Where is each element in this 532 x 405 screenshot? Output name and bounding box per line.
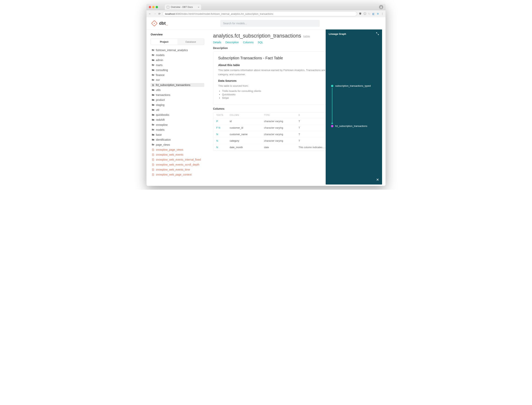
tree-node-fct_subscription_transactions[interactable]: fct_subscription_transactions (151, 83, 204, 87)
cell-column-name: date_month (230, 146, 264, 149)
model-icon (151, 148, 155, 151)
logo[interactable]: dbt_ (151, 20, 168, 26)
model-subtype: table (303, 35, 310, 38)
lineage-node-upstream[interactable]: subscription_transactions_typed (331, 84, 371, 87)
forward-button[interactable]: → (153, 12, 157, 15)
th-tests: Tests (216, 114, 230, 116)
tree-node-finance[interactable]: finance (151, 73, 204, 77)
folder-icon (151, 104, 155, 106)
new-tab-button[interactable] (201, 5, 206, 10)
th-type: Type (264, 114, 298, 116)
search-input[interactable]: Search for models... (220, 20, 320, 27)
tree-node-label: fishtown_internal_analytics (156, 49, 188, 52)
tree-node-transactions[interactable]: transactions (151, 93, 204, 97)
folder-icon (151, 114, 155, 116)
tree-node-models[interactable]: models (151, 53, 204, 57)
tree-node-product[interactable]: product (151, 98, 204, 102)
tree-node-mrr[interactable]: mrr (151, 78, 204, 82)
lineage-panel: Lineage Graph subscription_transactions_… (326, 29, 382, 184)
tree-node-utils[interactable]: utils (151, 88, 204, 92)
detail-tab-columns[interactable]: Columns (243, 41, 254, 44)
tree-node-marts[interactable]: marts (151, 63, 204, 67)
reload-button[interactable]: ⟳ (158, 12, 161, 15)
snowflake-icon[interactable]: ✻ (377, 12, 379, 15)
tab-database[interactable]: Database (177, 39, 204, 45)
sidebar-mode-tabs: Project Database (151, 39, 204, 45)
detail-tab-details[interactable]: Details (213, 41, 221, 44)
tree-node-label: mrr (156, 79, 160, 81)
lineage-header: Lineage Graph (326, 29, 382, 39)
lineage-title: Lineage Graph (329, 33, 346, 35)
tree-node-quickbooks[interactable]: quickbooks (151, 113, 204, 117)
brand-text: dbt_ (159, 21, 168, 26)
tab-title: Overview - DBT Docs (171, 6, 193, 8)
tree-node-identification[interactable]: identification (151, 138, 204, 142)
info-icon[interactable]: ⓘ (363, 12, 366, 15)
tree-node-snowplow_web_events_internal_fixed[interactable]: snowplow_web_events_internal_fixed (151, 158, 204, 162)
folder-icon (151, 143, 155, 146)
graph-edge (332, 88, 332, 124)
tree-node-redshift[interactable]: redshift (151, 118, 204, 122)
sidebar-title: Overview (151, 33, 204, 36)
lineage-body[interactable]: subscription_transactions_typed fct_subs… (326, 39, 382, 176)
url-host: localhost (165, 13, 175, 15)
window-zoom-button[interactable] (156, 6, 158, 8)
tree-node-consulting[interactable]: consulting (151, 68, 204, 72)
tree-node-label: product (156, 98, 165, 101)
folder-icon (151, 59, 155, 62)
dbt-mark-icon (151, 20, 157, 26)
folder-icon (151, 128, 155, 131)
tree-node-util[interactable]: util (151, 108, 204, 112)
tab-project[interactable]: Project (151, 39, 177, 45)
tree-node-admin[interactable]: admin (151, 58, 204, 62)
lineage-node-downstream[interactable]: fct_subscription_transactions (331, 125, 367, 128)
tree-node-snowplow_web_events_time[interactable]: snowplow_web_events_time (151, 168, 204, 171)
tree-node-snowplow[interactable]: snowplow (151, 123, 204, 127)
browser-tab[interactable]: Overview - DBT Docs × (165, 4, 201, 10)
sidebar: Overview Project Database fishtown_inter… (146, 29, 208, 186)
tree-node-label: redshift (156, 118, 165, 121)
tree-node-staging[interactable]: staging (151, 103, 204, 107)
window-minimize-button[interactable] (152, 6, 155, 8)
sync-icon[interactable]: ↻ (368, 12, 370, 15)
cell-tests: N (216, 133, 230, 136)
close-icon[interactable]: ✕ (376, 178, 379, 182)
detail-tab-sql[interactable]: SQL (258, 41, 263, 44)
tree-node-snowplow_web_events_scroll_depth[interactable]: snowplow_web_events_scroll_depth (151, 163, 204, 167)
url-port: :8080 (175, 13, 181, 15)
folder-icon (151, 133, 155, 136)
tree-node-snowplow_web_events[interactable]: snowplow_web_events (151, 153, 204, 156)
cell-tests: N (216, 146, 230, 149)
cell-tests: P (216, 120, 230, 123)
expand-icon[interactable] (376, 32, 379, 36)
window-close-button[interactable] (149, 6, 151, 8)
tree-node-page_views[interactable]: page_views (151, 143, 204, 147)
menu-icon[interactable]: ⋮ (381, 12, 384, 15)
tree-node-base[interactable]: base (151, 133, 204, 137)
omnibox[interactable]: localhost:8080/index.html#!/model/model.… (163, 11, 357, 16)
file-icon (151, 84, 155, 87)
shield-icon[interactable]: ⛊ (359, 12, 362, 15)
tree-node-snowplow_web_page_context[interactable]: snowplow_web_page_context (151, 173, 204, 176)
detail-tab-description[interactable]: Description (225, 41, 239, 44)
folder-icon (151, 69, 155, 72)
extension-icon[interactable]: ◧ (372, 12, 375, 15)
page-icon (167, 6, 169, 8)
folder-icon (151, 49, 155, 52)
profile-icon[interactable] (379, 5, 383, 9)
model-icon (151, 173, 155, 176)
cell-tests: F N (216, 126, 230, 129)
svg-point-1 (154, 23, 155, 24)
tree-node-label: snowplow_page_views (156, 148, 183, 151)
browser-chrome: Overview - DBT Docs × ← → ⟳ localhost:80… (146, 4, 386, 17)
tree-node-fishtown_internal_analytics[interactable]: fishtown_internal_analytics (151, 48, 204, 52)
tree-node-label: quickbooks (156, 113, 169, 116)
close-tab-button[interactable]: × (198, 6, 199, 9)
tree-node-models[interactable]: models (151, 128, 204, 132)
model-icon (151, 163, 155, 166)
tree-node-snowplow_page_views[interactable]: snowplow_page_views (151, 148, 204, 152)
tree-node-label: marts (156, 64, 163, 67)
svg-point-0 (381, 6, 382, 7)
back-button[interactable]: ← (148, 12, 151, 15)
tree-node-label: util (156, 108, 159, 111)
